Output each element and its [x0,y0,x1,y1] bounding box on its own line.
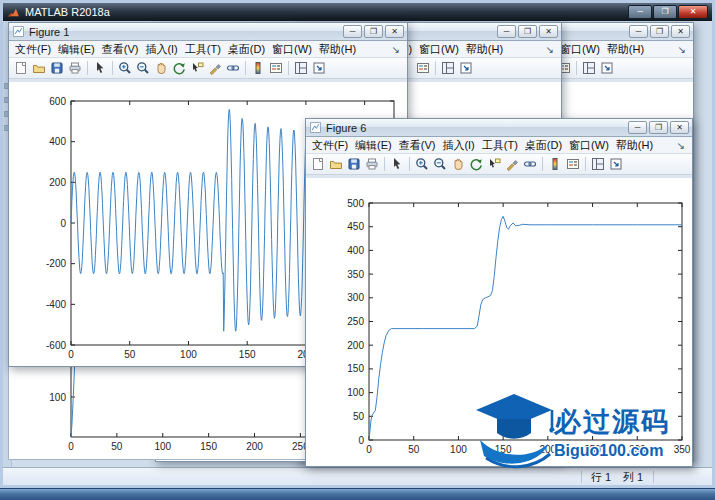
close-button[interactable]: ✕ [385,25,404,38]
menu-item-6[interactable]: 桌面(D) [224,43,268,55]
svg-text:250: 250 [347,316,364,327]
zoom-in-icon[interactable] [413,155,431,173]
data-cursor-icon[interactable] [188,59,206,77]
watermark-text-cn: 必过源码 [554,404,670,440]
maximize-button[interactable]: ❐ [650,25,669,38]
close-button[interactable]: ✕ [670,121,689,134]
maximize-button[interactable]: ❐ [364,25,383,38]
pan-hand-icon[interactable] [152,59,170,77]
menu-item-7[interactable]: 窗口(W) [565,139,612,151]
insert-colorbar-icon[interactable] [546,155,564,173]
matlab-minimize-button[interactable]: ─ [628,5,652,19]
dock-figure-icon[interactable] [457,59,475,77]
svg-text:150: 150 [239,349,256,360]
menu-item-8[interactable]: 帮助(H) [462,43,506,55]
link-plot-icon[interactable] [521,155,539,173]
titlebar[interactable]: Figure 1 ─ ❐ ✕ [9,23,407,41]
pan-hand-icon[interactable] [449,155,467,173]
svg-text:600: 600 [49,96,66,107]
titlebar[interactable]: Figure 6 ─ ❐ ✕ [306,119,692,137]
print-figure-icon[interactable] [66,59,84,77]
svg-text:500: 500 [347,198,364,209]
minimize-button[interactable]: ─ [343,25,362,38]
rotate-3d-icon[interactable] [170,59,188,77]
data-cursor-icon[interactable] [485,155,503,173]
zoom-out-icon[interactable] [431,155,449,173]
menu-item-1[interactable]: 文件(F) [308,139,351,151]
maximize-button[interactable]: ❐ [518,25,537,38]
show-plot-tools-icon[interactable] [292,59,310,77]
menu-item-5[interactable]: 工具(T) [181,43,224,55]
save-figure-icon[interactable] [48,59,66,77]
svg-text:200: 200 [347,340,364,351]
dock-figure-icon[interactable] [607,155,625,173]
matlab-close-button[interactable]: ✕ [678,5,708,19]
menu-item-5[interactable]: 工具(T) [478,139,521,151]
svg-text:100: 100 [180,349,197,360]
svg-text:100: 100 [450,444,467,455]
menu-item-4[interactable]: 插入(I) [438,139,477,151]
matlab-maximize-button[interactable]: ❐ [653,5,677,19]
dock-arrow-icon[interactable]: ↘ [387,44,405,55]
svg-text:150: 150 [347,363,364,374]
svg-text:400: 400 [347,245,364,256]
brush-data-icon[interactable] [206,59,224,77]
dock-arrow-icon[interactable]: ↘ [672,140,690,151]
menu-item-8[interactable]: 帮助(H) [603,43,647,55]
brush-data-icon[interactable] [503,155,521,173]
minimize-button[interactable]: ─ [628,121,647,134]
rotate-3d-icon[interactable] [467,155,485,173]
svg-text:50: 50 [353,411,365,422]
zoom-out-icon[interactable] [134,59,152,77]
insert-colorbar-icon[interactable] [249,59,267,77]
link-plot-icon[interactable] [224,59,242,77]
menu-item-3[interactable]: 查看(V) [98,43,142,55]
svg-text:50: 50 [124,349,136,360]
menu-item-2[interactable]: 编辑(E) [54,43,98,55]
menu-item-3[interactable]: 查看(V) [395,139,439,151]
svg-text:0: 0 [68,349,74,360]
dock-arrow-icon[interactable]: ↘ [541,44,559,55]
menu-item-8[interactable]: 帮助(H) [612,139,656,151]
figure-menubar: 文件(F)编辑(E)查看(V)插入(I)工具(T)桌面(D)窗口(W)帮助(H)… [306,137,692,154]
open-figure-icon[interactable] [327,155,345,173]
menu-item-7[interactable]: 窗口(W) [415,43,462,55]
menu-item-7[interactable]: 窗口(W) [556,43,603,55]
watermark: 必过源码 Biguo100.com [468,382,688,482]
minimize-button[interactable]: ─ [629,25,648,38]
insert-legend-icon[interactable] [414,59,432,77]
zoom-in-icon[interactable] [116,59,134,77]
toolbar-separator [585,157,586,171]
show-plot-tools-icon[interactable] [589,155,607,173]
svg-text:50: 50 [408,444,420,455]
show-plot-tools-icon[interactable] [439,59,457,77]
menu-item-2[interactable]: 编辑(E) [351,139,395,151]
menu-item-7[interactable]: 窗口(W) [268,43,315,55]
insert-legend-icon[interactable] [564,155,582,173]
toolbar-separator [409,157,410,171]
matlab-titlebar[interactable]: MATLAB R2018a ─ ❐ ✕ [3,3,712,21]
menu-item-4[interactable]: 插入(I) [141,43,180,55]
new-figure-icon[interactable] [309,155,327,173]
window-title: Figure 6 [326,122,628,134]
menu-item-1[interactable]: 文件(F) [11,43,54,55]
edit-plot-cursor-icon[interactable] [91,59,109,77]
dock-arrow-icon[interactable]: ↘ [673,44,691,55]
figure-toolbar [306,154,692,175]
toolbar-separator [384,157,385,171]
dock-figure-icon[interactable] [598,59,616,77]
insert-legend-icon[interactable] [267,59,285,77]
print-figure-icon[interactable] [363,155,381,173]
edit-plot-cursor-icon[interactable] [388,155,406,173]
close-button[interactable]: ✕ [539,25,558,38]
minimize-button[interactable]: ─ [497,25,516,38]
close-button[interactable]: ✕ [671,25,690,38]
open-figure-icon[interactable] [30,59,48,77]
maximize-button[interactable]: ❐ [649,121,668,134]
menu-item-8[interactable]: 帮助(H) [315,43,359,55]
save-figure-icon[interactable] [345,155,363,173]
dock-figure-icon[interactable] [310,59,328,77]
show-plot-tools-icon[interactable] [580,59,598,77]
menu-item-6[interactable]: 桌面(D) [521,139,565,151]
new-figure-icon[interactable] [12,59,30,77]
